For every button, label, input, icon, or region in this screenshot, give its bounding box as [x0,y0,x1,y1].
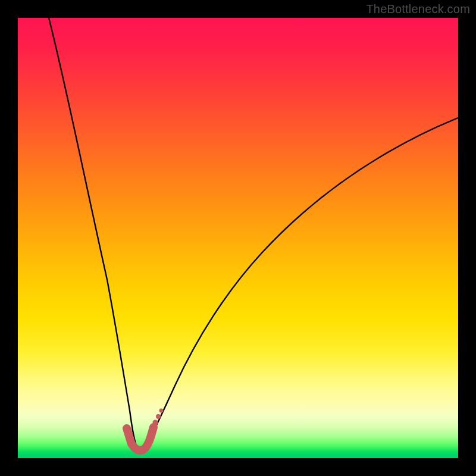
chart-frame [18,18,458,458]
watermark-text: TheBottleneck.com [366,2,470,16]
chart-gradient-background [18,18,458,458]
